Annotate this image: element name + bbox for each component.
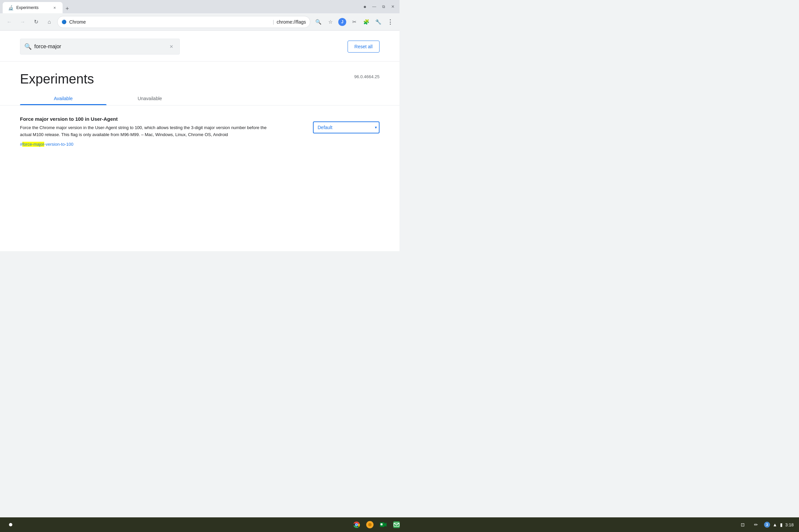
close-button[interactable]: ✕ (389, 3, 397, 11)
bookmark-button[interactable]: ☆ (325, 17, 336, 27)
plus-icon: + (66, 5, 69, 12)
record-button[interactable]: ⏺ (361, 3, 369, 11)
extension-icon: 🧩 (363, 19, 370, 25)
tab-close-button[interactable]: ✕ (52, 5, 57, 10)
profile-button[interactable]: J (337, 17, 348, 27)
cut-icon: ✂ (352, 19, 356, 25)
tab-experiment-icon: 🔬 (8, 5, 14, 10)
forward-icon: → (20, 19, 25, 25)
tab-close-icon: ✕ (53, 6, 56, 10)
active-tab[interactable]: 🔬 Experiments ✕ (3, 2, 62, 13)
flag-control-col: Default Enabled Disabled ▾ (313, 116, 379, 133)
forward-button[interactable]: → (17, 17, 28, 27)
tabs-area: Available Unavailable (0, 87, 400, 106)
flag-row: Force major version to 100 in User-Agent… (20, 116, 379, 147)
home-icon: ⌂ (48, 19, 51, 25)
maximize-icon: ⧉ (382, 4, 385, 9)
minimize-button[interactable]: — (370, 3, 378, 11)
address-bar[interactable]: 🔵 Chrome | chrome://flags (57, 16, 310, 28)
flag-link-highlight: force-major (22, 142, 44, 147)
version-text: 96.0.4664.25 (354, 72, 379, 79)
search-bar-area: 🔍 ✕ Reset all (0, 31, 400, 61)
window-controls: ⏺ — ⧉ ✕ (361, 3, 397, 11)
search-input[interactable] (34, 43, 165, 50)
clear-icon: ✕ (169, 44, 173, 49)
record-icon: ⏺ (363, 5, 367, 8)
flag-select-wrapper: Default Enabled Disabled ▾ (313, 121, 379, 133)
address-url: chrome://flags (277, 19, 306, 25)
search-icon: 🔍 (315, 19, 321, 25)
experiments-header: Experiments 96.0.4664.25 (0, 61, 400, 87)
home-button[interactable]: ⌂ (44, 17, 55, 27)
search-input-wrapper: 🔍 ✕ (20, 39, 180, 55)
flag-link[interactable]: #force-major-version-to-100 (20, 142, 73, 147)
page-content: 🔍 ✕ Reset all Experiments 96.0.4664.25 A… (0, 31, 400, 251)
reload-icon: ↻ (34, 19, 38, 25)
flag-title: Force major version to 100 in User-Agent (20, 116, 302, 122)
menu-icon: ⋮ (387, 18, 393, 26)
extension2-button[interactable]: 🔧 (373, 17, 384, 27)
site-security-icon: 🔵 (61, 20, 67, 24)
address-divider: | (273, 19, 274, 25)
title-bar: 🔬 Experiments ✕ + ⏺ — ⧉ ✕ (0, 0, 400, 13)
toolbar-actions: 🔍 ☆ J ✂ 🧩 🔧 ⋮ (313, 17, 395, 27)
extension2-icon: 🔧 (375, 19, 382, 25)
experiments-title: Experiments (20, 72, 94, 87)
clear-search-button[interactable]: ✕ (167, 43, 175, 51)
site-name: Chrome (69, 19, 270, 25)
flag-text-col: Force major version to 100 in User-Agent… (20, 116, 302, 147)
bookmark-icon: ☆ (328, 19, 333, 25)
maximize-button[interactable]: ⧉ (379, 3, 388, 11)
reload-button[interactable]: ↻ (31, 17, 41, 27)
close-icon: ✕ (391, 4, 394, 9)
back-button[interactable]: ← (4, 17, 15, 27)
minimize-icon: — (372, 4, 376, 9)
flag-link-container: #force-major-version-to-100 (20, 141, 302, 147)
reset-all-button[interactable]: Reset all (348, 41, 379, 53)
cut-button[interactable]: ✂ (349, 17, 359, 27)
menu-button[interactable]: ⋮ (385, 17, 395, 27)
search-page-button[interactable]: 🔍 (313, 17, 323, 27)
flag-description: Force the Chrome major version in the Us… (20, 125, 273, 138)
tab-available[interactable]: Available (20, 92, 107, 105)
back-icon: ← (7, 19, 12, 25)
new-tab-button[interactable]: + (62, 4, 72, 13)
search-icon: 🔍 (24, 43, 32, 50)
flags-content-area: Force major version to 100 in User-Agent… (0, 106, 400, 166)
flag-link-suffix: -version-to-100 (44, 142, 73, 147)
flag-select[interactable]: Default Enabled Disabled (313, 121, 379, 133)
tab-title: Experiments (16, 5, 39, 10)
tab-unavailable[interactable]: Unavailable (107, 92, 193, 105)
browser-toolbar: ← → ↻ ⌂ 🔵 Chrome | chrome://flags 🔍 ☆ J … (0, 13, 400, 31)
profile-icon: J (338, 18, 346, 26)
extension-button[interactable]: 🧩 (361, 17, 372, 27)
flag-item: Force major version to 100 in User-Agent… (20, 116, 379, 147)
